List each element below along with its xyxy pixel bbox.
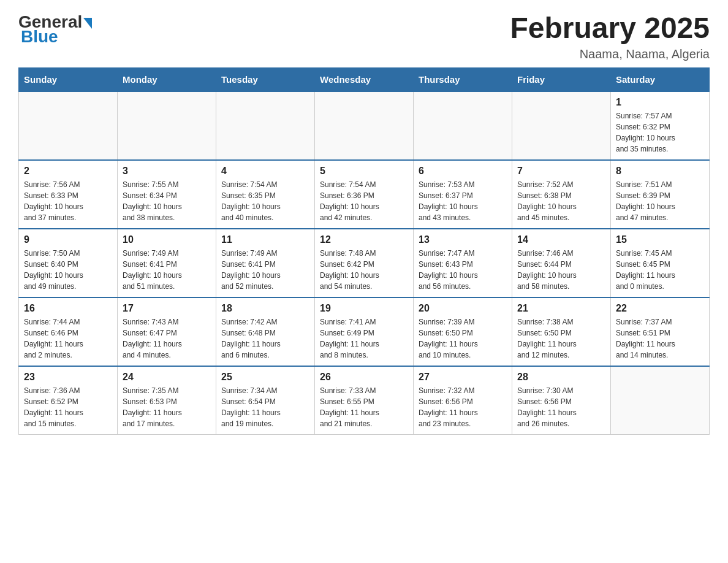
calendar-cell-w4-d7: 22Sunrise: 7:37 AMSunset: 6:51 PMDayligh… [611,297,710,366]
day-number: 19 [320,303,408,314]
day-info: Sunrise: 7:54 AMSunset: 6:35 PMDaylight:… [221,179,309,223]
day-number: 11 [221,234,309,245]
day-info: Sunrise: 7:45 AMSunset: 6:45 PMDaylight:… [616,248,704,292]
day-info: Sunrise: 7:34 AMSunset: 6:54 PMDaylight:… [221,385,309,429]
day-number: 17 [123,303,211,314]
week-row-5: 23Sunrise: 7:36 AMSunset: 6:52 PMDayligh… [19,366,710,435]
calendar-cell-w1-d4 [315,91,414,160]
calendar-cell-w5-d5: 27Sunrise: 7:32 AMSunset: 6:56 PMDayligh… [414,366,512,435]
day-number: 28 [517,372,605,383]
day-number: 22 [616,303,704,314]
calendar-cell-w2-d5: 6Sunrise: 7:53 AMSunset: 6:37 PMDaylight… [414,160,512,229]
day-number: 3 [123,166,211,177]
calendar-cell-w3-d6: 14Sunrise: 7:46 AMSunset: 6:44 PMDayligh… [512,229,611,297]
day-number: 21 [517,303,605,314]
day-number: 1 [616,97,704,108]
calendar-cell-w5-d3: 25Sunrise: 7:34 AMSunset: 6:54 PMDayligh… [216,366,315,435]
calendar-cell-w1-d3 [216,91,315,160]
day-number: 16 [24,303,112,314]
day-info: Sunrise: 7:38 AMSunset: 6:50 PMDaylight:… [517,316,605,361]
page-header: General Blue February 2025 Naama, Naama,… [18,12,710,61]
day-info: Sunrise: 7:49 AMSunset: 6:41 PMDaylight:… [221,248,309,292]
calendar-cell-w1-d2 [118,91,216,160]
calendar-cell-w4-d5: 20Sunrise: 7:39 AMSunset: 6:50 PMDayligh… [414,297,512,366]
calendar-cell-w2-d7: 8Sunrise: 7:51 AMSunset: 6:39 PMDaylight… [611,160,710,229]
day-info: Sunrise: 7:30 AMSunset: 6:56 PMDaylight:… [517,385,605,429]
col-wednesday: Wednesday [315,67,414,91]
day-number: 20 [419,303,507,314]
day-number: 2 [24,166,112,177]
calendar-cell-w3-d7: 15Sunrise: 7:45 AMSunset: 6:45 PMDayligh… [611,229,710,297]
day-number: 26 [320,372,408,383]
day-number: 6 [419,166,507,177]
logo-blue-text: Blue [21,27,58,46]
week-row-1: 1Sunrise: 7:57 AMSunset: 6:32 PMDaylight… [19,91,710,160]
day-info: Sunrise: 7:32 AMSunset: 6:56 PMDaylight:… [419,385,507,429]
week-row-3: 9Sunrise: 7:50 AMSunset: 6:40 PMDaylight… [19,229,710,297]
day-info: Sunrise: 7:39 AMSunset: 6:50 PMDaylight:… [419,316,507,361]
calendar-cell-w4-d4: 19Sunrise: 7:41 AMSunset: 6:49 PMDayligh… [315,297,414,366]
location-subtitle: Naama, Naama, Algeria [510,47,710,61]
calendar-title: February 2025 [510,12,710,45]
calendar-cell-w2-d1: 2Sunrise: 7:56 AMSunset: 6:33 PMDaylight… [19,160,118,229]
day-info: Sunrise: 7:43 AMSunset: 6:47 PMDaylight:… [123,316,211,361]
calendar-cell-w3-d4: 12Sunrise: 7:48 AMSunset: 6:42 PMDayligh… [315,229,414,297]
day-info: Sunrise: 7:50 AMSunset: 6:40 PMDaylight:… [24,248,112,292]
calendar-cell-w1-d7: 1Sunrise: 7:57 AMSunset: 6:32 PMDaylight… [611,91,710,160]
calendar-cell-w1-d6 [512,91,611,160]
logo-triangle-icon [83,18,92,29]
day-number: 5 [320,166,408,177]
calendar-cell-w5-d6: 28Sunrise: 7:30 AMSunset: 6:56 PMDayligh… [512,366,611,435]
calendar-cell-w5-d2: 24Sunrise: 7:35 AMSunset: 6:53 PMDayligh… [118,366,216,435]
calendar-cell-w4-d6: 21Sunrise: 7:38 AMSunset: 6:50 PMDayligh… [512,297,611,366]
week-row-2: 2Sunrise: 7:56 AMSunset: 6:33 PMDaylight… [19,160,710,229]
day-info: Sunrise: 7:55 AMSunset: 6:34 PMDaylight:… [123,179,211,223]
col-saturday: Saturday [611,67,710,91]
calendar-cell-w1-d1 [19,91,118,160]
day-info: Sunrise: 7:41 AMSunset: 6:49 PMDaylight:… [320,316,408,361]
day-number: 10 [123,234,211,245]
day-number: 13 [419,234,507,245]
day-info: Sunrise: 7:33 AMSunset: 6:55 PMDaylight:… [320,385,408,429]
calendar-cell-w3-d5: 13Sunrise: 7:47 AMSunset: 6:43 PMDayligh… [414,229,512,297]
logo: General Blue [18,12,93,47]
day-number: 18 [221,303,309,314]
title-section: February 2025 Naama, Naama, Algeria [510,12,710,61]
day-number: 7 [517,166,605,177]
calendar-cell-w2-d6: 7Sunrise: 7:52 AMSunset: 6:38 PMDaylight… [512,160,611,229]
day-number: 15 [616,234,704,245]
day-info: Sunrise: 7:57 AMSunset: 6:32 PMDaylight:… [616,110,704,155]
day-info: Sunrise: 7:46 AMSunset: 6:44 PMDaylight:… [517,248,605,292]
calendar-header-row: Sunday Monday Tuesday Wednesday Thursday… [19,67,710,91]
day-number: 8 [616,166,704,177]
col-tuesday: Tuesday [216,67,315,91]
day-info: Sunrise: 7:53 AMSunset: 6:37 PMDaylight:… [419,179,507,223]
calendar-cell-w5-d1: 23Sunrise: 7:36 AMSunset: 6:52 PMDayligh… [19,366,118,435]
calendar-cell-w5-d7 [611,366,710,435]
calendar-cell-w3-d1: 9Sunrise: 7:50 AMSunset: 6:40 PMDaylight… [19,229,118,297]
calendar-cell-w1-d5 [414,91,512,160]
day-info: Sunrise: 7:56 AMSunset: 6:33 PMDaylight:… [24,179,112,223]
col-friday: Friday [512,67,611,91]
calendar-cell-w3-d2: 10Sunrise: 7:49 AMSunset: 6:41 PMDayligh… [118,229,216,297]
day-number: 12 [320,234,408,245]
day-number: 9 [24,234,112,245]
calendar-cell-w2-d2: 3Sunrise: 7:55 AMSunset: 6:34 PMDaylight… [118,160,216,229]
calendar-cell-w4-d2: 17Sunrise: 7:43 AMSunset: 6:47 PMDayligh… [118,297,216,366]
calendar-cell-w3-d3: 11Sunrise: 7:49 AMSunset: 6:41 PMDayligh… [216,229,315,297]
day-info: Sunrise: 7:51 AMSunset: 6:39 PMDaylight:… [616,179,704,223]
day-number: 14 [517,234,605,245]
day-info: Sunrise: 7:36 AMSunset: 6:52 PMDaylight:… [24,385,112,429]
calendar-cell-w4-d1: 16Sunrise: 7:44 AMSunset: 6:46 PMDayligh… [19,297,118,366]
day-info: Sunrise: 7:35 AMSunset: 6:53 PMDaylight:… [123,385,211,429]
day-number: 27 [419,372,507,383]
day-info: Sunrise: 7:48 AMSunset: 6:42 PMDaylight:… [320,248,408,292]
day-number: 23 [24,372,112,383]
day-info: Sunrise: 7:47 AMSunset: 6:43 PMDaylight:… [419,248,507,292]
day-info: Sunrise: 7:37 AMSunset: 6:51 PMDaylight:… [616,316,704,361]
calendar-cell-w5-d4: 26Sunrise: 7:33 AMSunset: 6:55 PMDayligh… [315,366,414,435]
week-row-4: 16Sunrise: 7:44 AMSunset: 6:46 PMDayligh… [19,297,710,366]
calendar-table: Sunday Monday Tuesday Wednesday Thursday… [18,67,710,435]
day-number: 4 [221,166,309,177]
col-sunday: Sunday [19,67,118,91]
